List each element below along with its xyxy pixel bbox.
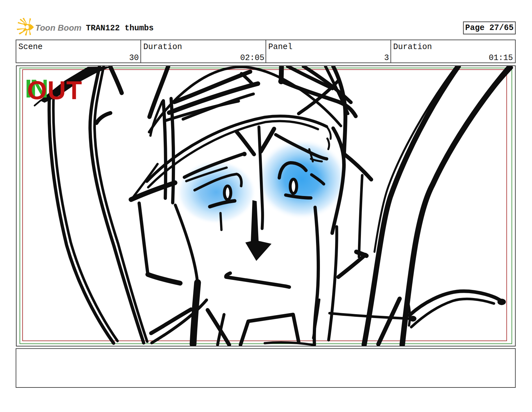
svg-text:01:15: 01:15 [489,53,513,63]
svg-text:Duration: Duration [393,42,432,52]
svg-text:Page 27/65: Page 27/65 [465,23,514,33]
svg-text:TRAN122 thumbs: TRAN122 thumbs [86,24,154,33]
svg-text:3: 3 [384,53,389,63]
svg-text:02:05: 02:05 [240,53,264,63]
svg-text:Scene: Scene [18,42,43,52]
svg-text:Duration: Duration [143,42,182,52]
svg-text:Toon Boom: Toon Boom [35,23,81,33]
svg-text:Panel: Panel [268,42,292,52]
svg-text:30: 30 [129,53,139,63]
svg-text:OUT: OUT [27,76,82,105]
